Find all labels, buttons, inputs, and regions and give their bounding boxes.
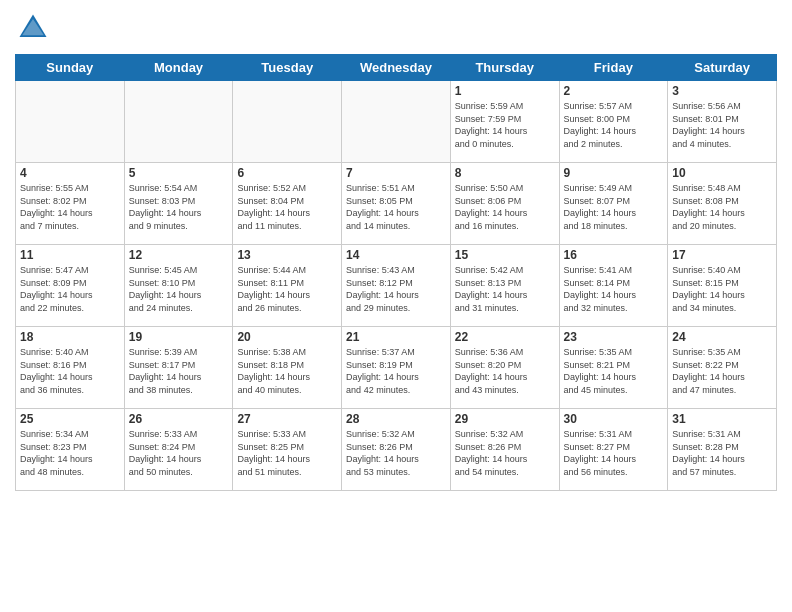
day-number: 16 <box>564 248 664 262</box>
day-cell: 29Sunrise: 5:32 AM Sunset: 8:26 PM Dayli… <box>450 409 559 491</box>
day-number: 26 <box>129 412 229 426</box>
day-info: Sunrise: 5:47 AM Sunset: 8:09 PM Dayligh… <box>20 264 120 314</box>
day-number: 4 <box>20 166 120 180</box>
header-cell-tuesday: Tuesday <box>233 55 342 81</box>
day-info: Sunrise: 5:55 AM Sunset: 8:02 PM Dayligh… <box>20 182 120 232</box>
day-cell: 30Sunrise: 5:31 AM Sunset: 8:27 PM Dayli… <box>559 409 668 491</box>
day-cell <box>16 81 125 163</box>
day-info: Sunrise: 5:56 AM Sunset: 8:01 PM Dayligh… <box>672 100 772 150</box>
day-info: Sunrise: 5:33 AM Sunset: 8:24 PM Dayligh… <box>129 428 229 478</box>
day-cell: 10Sunrise: 5:48 AM Sunset: 8:08 PM Dayli… <box>668 163 777 245</box>
day-cell: 12Sunrise: 5:45 AM Sunset: 8:10 PM Dayli… <box>124 245 233 327</box>
day-number: 12 <box>129 248 229 262</box>
day-number: 30 <box>564 412 664 426</box>
day-cell: 4Sunrise: 5:55 AM Sunset: 8:02 PM Daylig… <box>16 163 125 245</box>
day-info: Sunrise: 5:35 AM Sunset: 8:22 PM Dayligh… <box>672 346 772 396</box>
day-cell: 11Sunrise: 5:47 AM Sunset: 8:09 PM Dayli… <box>16 245 125 327</box>
day-number: 18 <box>20 330 120 344</box>
day-cell: 20Sunrise: 5:38 AM Sunset: 8:18 PM Dayli… <box>233 327 342 409</box>
header-row: SundayMondayTuesdayWednesdayThursdayFrid… <box>16 55 777 81</box>
day-info: Sunrise: 5:54 AM Sunset: 8:03 PM Dayligh… <box>129 182 229 232</box>
week-row-1: 4Sunrise: 5:55 AM Sunset: 8:02 PM Daylig… <box>16 163 777 245</box>
day-number: 5 <box>129 166 229 180</box>
header-cell-wednesday: Wednesday <box>342 55 451 81</box>
day-info: Sunrise: 5:51 AM Sunset: 8:05 PM Dayligh… <box>346 182 446 232</box>
day-number: 1 <box>455 84 555 98</box>
day-info: Sunrise: 5:40 AM Sunset: 8:16 PM Dayligh… <box>20 346 120 396</box>
day-number: 7 <box>346 166 446 180</box>
header-cell-friday: Friday <box>559 55 668 81</box>
page: SundayMondayTuesdayWednesdayThursdayFrid… <box>0 0 792 612</box>
day-number: 23 <box>564 330 664 344</box>
day-cell: 19Sunrise: 5:39 AM Sunset: 8:17 PM Dayli… <box>124 327 233 409</box>
day-number: 6 <box>237 166 337 180</box>
week-row-4: 25Sunrise: 5:34 AM Sunset: 8:23 PM Dayli… <box>16 409 777 491</box>
day-number: 14 <box>346 248 446 262</box>
day-cell: 25Sunrise: 5:34 AM Sunset: 8:23 PM Dayli… <box>16 409 125 491</box>
day-number: 3 <box>672 84 772 98</box>
day-info: Sunrise: 5:38 AM Sunset: 8:18 PM Dayligh… <box>237 346 337 396</box>
day-number: 28 <box>346 412 446 426</box>
day-cell: 31Sunrise: 5:31 AM Sunset: 8:28 PM Dayli… <box>668 409 777 491</box>
day-number: 19 <box>129 330 229 344</box>
week-row-2: 11Sunrise: 5:47 AM Sunset: 8:09 PM Dayli… <box>16 245 777 327</box>
day-cell: 13Sunrise: 5:44 AM Sunset: 8:11 PM Dayli… <box>233 245 342 327</box>
day-cell <box>233 81 342 163</box>
day-info: Sunrise: 5:50 AM Sunset: 8:06 PM Dayligh… <box>455 182 555 232</box>
day-number: 8 <box>455 166 555 180</box>
day-cell: 8Sunrise: 5:50 AM Sunset: 8:06 PM Daylig… <box>450 163 559 245</box>
day-cell: 15Sunrise: 5:42 AM Sunset: 8:13 PM Dayli… <box>450 245 559 327</box>
day-info: Sunrise: 5:33 AM Sunset: 8:25 PM Dayligh… <box>237 428 337 478</box>
day-cell: 3Sunrise: 5:56 AM Sunset: 8:01 PM Daylig… <box>668 81 777 163</box>
day-info: Sunrise: 5:35 AM Sunset: 8:21 PM Dayligh… <box>564 346 664 396</box>
day-info: Sunrise: 5:52 AM Sunset: 8:04 PM Dayligh… <box>237 182 337 232</box>
day-number: 25 <box>20 412 120 426</box>
day-cell: 24Sunrise: 5:35 AM Sunset: 8:22 PM Dayli… <box>668 327 777 409</box>
day-info: Sunrise: 5:34 AM Sunset: 8:23 PM Dayligh… <box>20 428 120 478</box>
header-cell-monday: Monday <box>124 55 233 81</box>
day-cell: 22Sunrise: 5:36 AM Sunset: 8:20 PM Dayli… <box>450 327 559 409</box>
day-cell: 2Sunrise: 5:57 AM Sunset: 8:00 PM Daylig… <box>559 81 668 163</box>
day-info: Sunrise: 5:40 AM Sunset: 8:15 PM Dayligh… <box>672 264 772 314</box>
logo <box>15 10 55 46</box>
day-number: 31 <box>672 412 772 426</box>
day-cell: 17Sunrise: 5:40 AM Sunset: 8:15 PM Dayli… <box>668 245 777 327</box>
day-cell: 6Sunrise: 5:52 AM Sunset: 8:04 PM Daylig… <box>233 163 342 245</box>
day-cell: 7Sunrise: 5:51 AM Sunset: 8:05 PM Daylig… <box>342 163 451 245</box>
day-cell: 27Sunrise: 5:33 AM Sunset: 8:25 PM Dayli… <box>233 409 342 491</box>
day-number: 20 <box>237 330 337 344</box>
day-number: 24 <box>672 330 772 344</box>
day-number: 29 <box>455 412 555 426</box>
day-cell: 1Sunrise: 5:59 AM Sunset: 7:59 PM Daylig… <box>450 81 559 163</box>
day-info: Sunrise: 5:43 AM Sunset: 8:12 PM Dayligh… <box>346 264 446 314</box>
day-info: Sunrise: 5:45 AM Sunset: 8:10 PM Dayligh… <box>129 264 229 314</box>
day-info: Sunrise: 5:32 AM Sunset: 8:26 PM Dayligh… <box>346 428 446 478</box>
day-info: Sunrise: 5:49 AM Sunset: 8:07 PM Dayligh… <box>564 182 664 232</box>
calendar-body: 1Sunrise: 5:59 AM Sunset: 7:59 PM Daylig… <box>16 81 777 491</box>
day-cell: 18Sunrise: 5:40 AM Sunset: 8:16 PM Dayli… <box>16 327 125 409</box>
day-info: Sunrise: 5:57 AM Sunset: 8:00 PM Dayligh… <box>564 100 664 150</box>
day-info: Sunrise: 5:41 AM Sunset: 8:14 PM Dayligh… <box>564 264 664 314</box>
day-cell: 28Sunrise: 5:32 AM Sunset: 8:26 PM Dayli… <box>342 409 451 491</box>
day-cell: 21Sunrise: 5:37 AM Sunset: 8:19 PM Dayli… <box>342 327 451 409</box>
day-info: Sunrise: 5:39 AM Sunset: 8:17 PM Dayligh… <box>129 346 229 396</box>
day-info: Sunrise: 5:31 AM Sunset: 8:28 PM Dayligh… <box>672 428 772 478</box>
week-row-0: 1Sunrise: 5:59 AM Sunset: 7:59 PM Daylig… <box>16 81 777 163</box>
day-info: Sunrise: 5:36 AM Sunset: 8:20 PM Dayligh… <box>455 346 555 396</box>
day-info: Sunrise: 5:37 AM Sunset: 8:19 PM Dayligh… <box>346 346 446 396</box>
logo-icon <box>15 10 51 46</box>
day-number: 9 <box>564 166 664 180</box>
day-cell: 9Sunrise: 5:49 AM Sunset: 8:07 PM Daylig… <box>559 163 668 245</box>
day-cell <box>124 81 233 163</box>
day-number: 27 <box>237 412 337 426</box>
header <box>15 10 777 46</box>
day-number: 13 <box>237 248 337 262</box>
day-info: Sunrise: 5:31 AM Sunset: 8:27 PM Dayligh… <box>564 428 664 478</box>
day-number: 21 <box>346 330 446 344</box>
day-number: 11 <box>20 248 120 262</box>
day-number: 17 <box>672 248 772 262</box>
day-number: 10 <box>672 166 772 180</box>
day-number: 15 <box>455 248 555 262</box>
header-cell-sunday: Sunday <box>16 55 125 81</box>
day-number: 2 <box>564 84 664 98</box>
